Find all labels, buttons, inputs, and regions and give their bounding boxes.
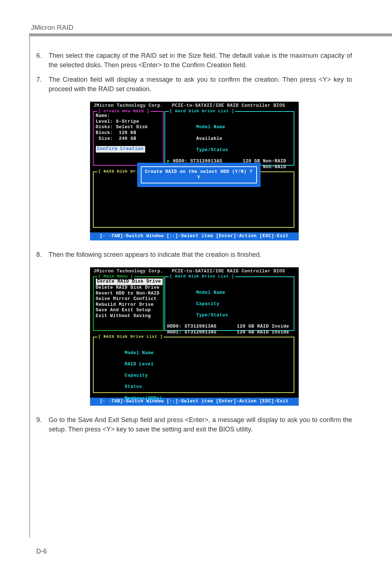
step-number: 9.: [36, 415, 49, 434]
bios-footer: [← →TAB]-Switch Window [↑↓]-Select item …: [90, 232, 299, 240]
col-capacity: Capacity: [196, 301, 220, 307]
step-number: 8.: [36, 250, 49, 259]
step-text: Then select the capacity of the RAID set…: [49, 51, 352, 70]
raid-header: Model Name RAID Level Capacity Status Me…: [96, 339, 291, 406]
menu-item-revert[interactable]: Revert HDD to Non-RAID: [96, 291, 161, 297]
bios-body: [ Main Menu ] Cerate RAID Disk Drive Del…: [90, 274, 299, 398]
col-model: Model Name: [196, 290, 225, 295]
field-level: Level: 0-Stripe: [96, 119, 161, 125]
instruction-list: 8. Then the following screen appears to …: [36, 250, 352, 259]
confirm-creation-button[interactable]: Confirm Creation: [96, 146, 145, 153]
step-number: 6.: [36, 51, 49, 70]
col-members: Members(HDDx): [125, 396, 163, 401]
menu-item-rebuild[interactable]: Rebuild Mirror Drive: [96, 302, 161, 308]
menu-item-exit-no-save[interactable]: Exit Without Saving: [96, 313, 161, 319]
step-text: Go to the Save And Exit Setup field and …: [49, 415, 352, 434]
col-type: Type/Status: [196, 313, 228, 318]
hdd-header: Model Name Capacity Type/Status: [167, 279, 291, 324]
step-text: The Creation field will display a messag…: [49, 75, 352, 94]
hdd-list-panel: [ Hard Disk Drive List ] Model Name Avai…: [164, 111, 294, 166]
instruction-list: 6. Then select the capacity of the RAID …: [36, 51, 352, 94]
panel-legend: [ Hard Disk Drive List ]: [169, 274, 236, 279]
raid-disk-drive-panel: [ RAID Disk Drive List ] Model Name RAID…: [93, 337, 294, 393]
panel-legend: [ Hard Disk Drive List ]: [169, 109, 236, 114]
bios-title: JMicron Technology Corp. PCIE-to-SATAII/…: [90, 267, 299, 275]
confirm-dialog: Create RAID on the select HDD (Y/N) ? Y: [137, 163, 261, 187]
bios-screenshot-main-menu: JMicron Technology Corp. PCIE-to-SATAII/…: [90, 267, 299, 406]
bios-title: JMicron Technology Corp. PCIE-to-SATAII/…: [90, 102, 299, 109]
page-content: 6. Then select the capacity of the RAID …: [36, 51, 352, 439]
step-8: 8. Then the following screen appears to …: [36, 250, 352, 259]
step-7: 7. The Creation field will display a mes…: [36, 75, 352, 94]
header-rule: [29, 33, 392, 36]
hdd-row-0[interactable]: HDD0: ST3120013AS 120 GB RAID Inside: [167, 324, 291, 330]
field-disks: Disks: Select Disk: [96, 125, 161, 130]
step-9: 9. Go to the Save And Exit Setup field a…: [36, 415, 352, 434]
field-name: Name:: [96, 113, 161, 119]
col-status: Status: [125, 384, 142, 389]
col-model: Model Name: [196, 125, 225, 130]
panel-legend: [ Main Menu ]: [97, 274, 134, 279]
menu-item-create[interactable]: Cerate RAID Disk Drive: [96, 279, 161, 285]
field-size: Size: 240 GB: [96, 136, 161, 142]
menu-item-save-exit[interactable]: Save And Exit Setup: [96, 308, 161, 313]
col-available: Available: [196, 136, 222, 141]
main-menu-panel: [ Main Menu ] Cerate RAID Disk Drive Del…: [93, 276, 164, 331]
step-6: 6. Then select the capacity of the RAID …: [36, 51, 352, 70]
instruction-list: 9. Go to the Save And Exit Setup field a…: [36, 415, 352, 434]
bios-body: [ Create New RAID ] Name: Level: 0-Strip…: [90, 109, 299, 232]
panel-legend: [ Create New RAID ]: [97, 109, 151, 114]
hdd-header: Model Name Available Type/Status: [167, 113, 291, 159]
hdd-list-panel: [ Hard Disk Drive List ] Model Name Capa…: [164, 276, 294, 331]
bios-screenshot-create-raid: JMicron Technology Corp. PCIE-to-SATAII/…: [90, 102, 299, 240]
step-text: Then the following screen appears to ind…: [49, 250, 352, 259]
col-capacity: Capacity: [125, 373, 148, 378]
side-rule: [29, 36, 30, 538]
panel-legend: [ RAID Disk Drive List ]: [97, 334, 164, 339]
step-number: 7.: [36, 75, 49, 94]
create-new-raid-panel: [ Create New RAID ] Name: Level: 0-Strip…: [93, 111, 164, 166]
menu-item-solve-mirror[interactable]: Solve Mirror Conflict: [96, 296, 161, 302]
confirm-dialog-text[interactable]: Create RAID on the select HDD (Y/N) ? Y: [141, 166, 257, 183]
menu-item-delete[interactable]: Delete RAID Disk Drive: [96, 285, 161, 291]
col-model: Model Name: [125, 350, 154, 356]
panel-legend: [ RAID Disk Dr: [97, 169, 137, 174]
field-block: Block: 128 KB: [96, 130, 161, 136]
hdd-row-1[interactable]: HDD1: ST3120013AS 120 GB RAID Inside: [167, 330, 291, 336]
page-number: D-6: [36, 548, 47, 555]
col-level: RAID Level: [125, 362, 154, 367]
col-type: Type/Status: [196, 147, 228, 153]
page-header-title: JMicron RAID: [31, 24, 73, 32]
